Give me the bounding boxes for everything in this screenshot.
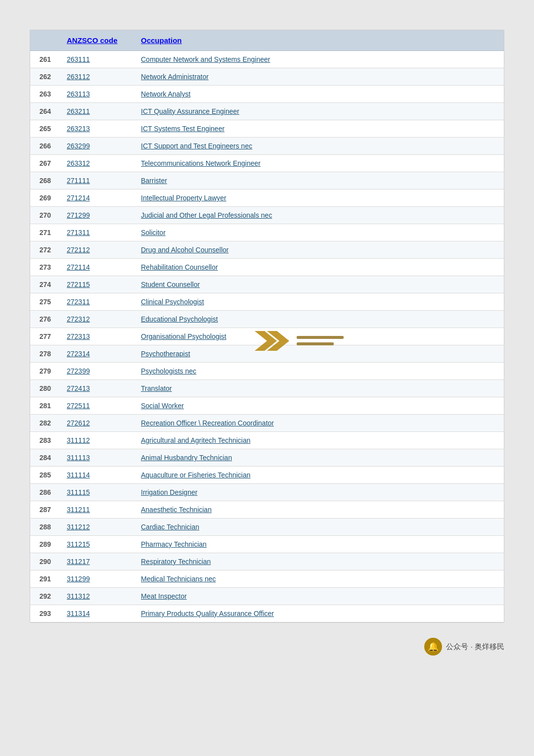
occupation-cell: Recreation Officer \ Recreation Coordina… [134, 415, 504, 432]
anzsco-code-link[interactable]: 263112 [67, 73, 90, 81]
occupation-link[interactable]: Social Worker [141, 402, 184, 410]
anzsco-code-cell: 272311 [60, 293, 134, 311]
occupation-cell: Drug and Alcohol Counsellor [134, 241, 504, 259]
occupation-link[interactable]: Organisational Psychologist [141, 332, 226, 340]
anzsco-code-link[interactable]: 311312 [67, 592, 90, 600]
occupation-link[interactable]: Barrister [141, 177, 167, 185]
row-number: 286 [30, 484, 60, 501]
anzsco-code-link[interactable]: 311212 [67, 523, 90, 531]
occupation-link[interactable]: ICT Quality Assurance Engineer [141, 107, 239, 115]
anzsco-code-link[interactable]: 311215 [67, 540, 90, 548]
anzsco-code-cell: 263312 [60, 155, 134, 172]
anzsco-code-link[interactable]: 272612 [67, 419, 90, 427]
footer-icon: 🔔 [424, 638, 442, 656]
occupation-cell: Solicitor [134, 224, 504, 241]
occupation-link[interactable]: Telecommunications Network Engineer [141, 159, 261, 167]
anzsco-code-link[interactable]: 311299 [67, 575, 90, 583]
occupation-link[interactable]: Student Counsellor [141, 281, 200, 288]
anzsco-code-cell: 271214 [60, 189, 134, 207]
occupation-link[interactable]: Recreation Officer \ Recreation Coordina… [141, 419, 274, 427]
table-row: 277272313Organisational Psychologist [30, 328, 504, 345]
row-number: 264 [30, 103, 60, 120]
occupation-link[interactable]: ICT Support and Test Engineers nec [141, 142, 252, 150]
anzsco-code-link[interactable]: 272312 [67, 315, 90, 323]
anzsco-code-link[interactable]: 311115 [67, 488, 90, 496]
anzsco-code-link[interactable]: 263213 [67, 125, 90, 133]
anzsco-code-link[interactable]: 271311 [67, 229, 90, 236]
anzsco-code-link[interactable]: 271299 [67, 211, 90, 219]
occupation-link[interactable]: Solicitor [141, 229, 166, 236]
anzsco-code-cell: 311312 [60, 588, 134, 605]
anzsco-code-link[interactable]: 272311 [67, 298, 90, 306]
occupation-link[interactable]: Respiratory Technician [141, 558, 211, 566]
anzsco-code-link[interactable]: 311211 [67, 506, 90, 514]
table-row: 278272314Psychotherapist [30, 345, 504, 363]
anzsco-code-link[interactable]: 272313 [67, 332, 90, 340]
occupation-link[interactable]: Animal Husbandry Technician [141, 454, 232, 462]
anzsco-code-cell: 311215 [60, 536, 134, 553]
occupation-link[interactable]: Psychologists nec [141, 367, 196, 375]
anzsco-code-link[interactable]: 272114 [67, 263, 90, 271]
footer-logo: 🔔 公众号 · 奥烊移民 [424, 638, 504, 656]
occupation-cell: Network Administrator [134, 68, 504, 86]
occupation-link[interactable]: Cardiac Technician [141, 523, 199, 531]
table-row: 262263112Network Administrator [30, 68, 504, 86]
anzsco-code-link[interactable]: 271214 [67, 194, 90, 202]
occupation-link[interactable]: Drug and Alcohol Counsellor [141, 246, 228, 254]
occupation-cell: Respiratory Technician [134, 553, 504, 570]
occupation-link[interactable]: Anaesthetic Technician [141, 506, 212, 514]
row-number: 267 [30, 155, 60, 172]
occupation-link[interactable]: Medical Technicians nec [141, 575, 216, 583]
occupation-link[interactable]: Translator [141, 384, 172, 392]
row-number: 278 [30, 345, 60, 363]
occupation-link[interactable]: Pharmacy Technician [141, 540, 207, 548]
occupation-link[interactable]: Primary Products Quality Assurance Offic… [141, 610, 274, 617]
occupation-link[interactable]: Clinical Psychologist [141, 298, 204, 306]
anzsco-code-link[interactable]: 271111 [67, 177, 90, 185]
anzsco-code-link[interactable]: 263211 [67, 107, 90, 115]
occupation-link[interactable]: Network Administrator [141, 73, 209, 81]
occupation-link[interactable]: Judicial and Other Legal Professionals n… [141, 211, 272, 219]
occupation-link[interactable]: Network Analyst [141, 90, 190, 98]
row-number: 263 [30, 86, 60, 103]
anzsco-code-cell: 272115 [60, 276, 134, 293]
table-row: 281272511Social Worker [30, 397, 504, 415]
occupation-link[interactable]: Rehabilitation Counsellor [141, 263, 218, 271]
anzsco-code-link[interactable]: 272112 [67, 246, 90, 254]
occupation-link[interactable]: Agricultural and Agritech Technician [141, 436, 251, 444]
occupation-link[interactable]: Meat Inspector [141, 592, 187, 600]
occupation-link[interactable]: Aquaculture or Fisheries Technician [141, 471, 251, 479]
occupation-cell: Irrigation Designer [134, 484, 504, 501]
table-row: 274272115Student Counsellor [30, 276, 504, 293]
occupation-cell: ICT Support and Test Engineers nec [134, 138, 504, 155]
anzsco-code-link[interactable]: 263113 [67, 90, 90, 98]
occupation-link[interactable]: Computer Network and Systems Engineer [141, 55, 270, 63]
anzsco-code-link[interactable]: 272413 [67, 384, 90, 392]
anzsco-code-link[interactable]: 272115 [67, 281, 90, 288]
footer: 🔔 公众号 · 奥烊移民 [30, 638, 504, 656]
occupation-link[interactable]: Psychotherapist [141, 350, 190, 358]
anzsco-code-link[interactable]: 311113 [67, 454, 90, 462]
anzsco-code-link[interactable]: 263111 [67, 55, 90, 63]
anzsco-code-link[interactable]: 272399 [67, 367, 90, 375]
occupation-link[interactable]: ICT Systems Test Engineer [141, 125, 224, 133]
occupation-link[interactable]: Educational Psychologist [141, 315, 218, 323]
occupation-link[interactable]: Intellectual Property Lawyer [141, 194, 226, 202]
anzsco-header-link[interactable]: ANZSCO code [67, 36, 118, 45]
anzsco-code-link[interactable]: 272511 [67, 402, 90, 410]
anzsco-code-link[interactable]: 263299 [67, 142, 90, 150]
occupation-link[interactable]: Irrigation Designer [141, 488, 197, 496]
anzsco-code-link[interactable]: 311314 [67, 610, 90, 617]
anzsco-code-link[interactable]: 272314 [67, 350, 90, 358]
row-number: 270 [30, 207, 60, 224]
occupation-header-link[interactable]: Occupation [141, 36, 182, 45]
occupation-cell: Rehabilitation Counsellor [134, 259, 504, 276]
anzsco-code-cell: 272312 [60, 311, 134, 328]
occupation-cell: Animal Husbandry Technician [134, 449, 504, 467]
row-number: 271 [30, 224, 60, 241]
anzsco-code-link[interactable]: 311114 [67, 471, 90, 479]
anzsco-code-link[interactable]: 263312 [67, 159, 90, 167]
anzsco-code-cell: 311114 [60, 467, 134, 484]
anzsco-code-link[interactable]: 311112 [67, 436, 90, 444]
anzsco-code-link[interactable]: 311217 [67, 558, 90, 566]
